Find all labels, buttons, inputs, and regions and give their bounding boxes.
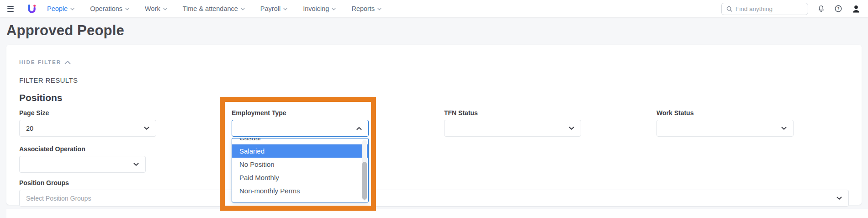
main-menu: People Operations Work Time & attendance…	[47, 5, 381, 12]
logo-u-icon	[26, 4, 37, 14]
chevron-down-icon	[283, 8, 287, 11]
chevron-down-icon	[781, 127, 787, 130]
search-placeholder: Find anything	[736, 5, 773, 12]
nav-item-label: Reports	[351, 5, 375, 12]
chevron-up-icon	[356, 127, 362, 130]
filter-card: HIDE FILTER FILTER RESULTS Positions Pag…	[6, 45, 862, 205]
top-nav: People Operations Work Time & attendance…	[0, 0, 868, 17]
hide-filter-toggle[interactable]: HIDE FILTER	[19, 59, 71, 65]
dropdown-option-casual[interactable]: Casual	[232, 138, 368, 144]
page-size-select[interactable]: 20	[19, 120, 156, 137]
nav-item-payroll[interactable]: Payroll	[260, 5, 287, 12]
chevron-down-icon	[569, 127, 574, 130]
chevron-down-icon	[133, 163, 139, 166]
position-groups-label: Position Groups	[19, 179, 849, 186]
dropdown-option-paid-monthly[interactable]: Paid Monthly	[232, 171, 368, 184]
nav-item-label: People	[47, 5, 68, 12]
notification-bell-icon[interactable]	[817, 5, 825, 13]
nav-item-label: Invoicing	[303, 5, 329, 12]
page-size-value: 20	[26, 125, 33, 132]
chevron-up-icon	[64, 60, 71, 64]
page-title: Approved People	[6, 22, 862, 39]
position-groups-placeholder: Select Position Groups	[26, 195, 91, 202]
work-status-select[interactable]	[656, 120, 794, 137]
chevron-down-icon	[163, 8, 167, 11]
search-input[interactable]: Find anything	[721, 3, 808, 15]
employment-type-select[interactable]	[232, 120, 369, 137]
nav-item-operations[interactable]: Operations	[90, 5, 129, 12]
dropdown-scrollbar-thumb[interactable]	[362, 162, 367, 200]
work-status-label: Work Status	[656, 109, 849, 117]
dropdown-option-salaried[interactable]: Salaried	[232, 144, 368, 158]
nav-item-label: Payroll	[260, 5, 281, 12]
chevron-down-icon	[836, 197, 842, 200]
title-band: Approved People	[0, 17, 868, 45]
nav-item-invoicing[interactable]: Invoicing	[303, 5, 336, 12]
associated-operation-select[interactable]	[19, 156, 146, 173]
employment-type-field: Employment Type Casual Salaried No Posit…	[232, 109, 444, 137]
filter-results-heading: FILTER RESULTS	[19, 76, 849, 84]
chevron-down-icon	[377, 8, 381, 11]
svg-text:?: ?	[837, 7, 839, 11]
nav-item-time-attendance[interactable]: Time & attendance	[183, 5, 245, 12]
tfn-status-field: TFN Status	[444, 109, 656, 137]
employment-type-label: Employment Type	[232, 109, 444, 117]
chevron-down-icon	[144, 127, 149, 130]
page-footer-area	[6, 209, 868, 218]
dropdown-option-list: Casual Salaried No Position Paid Monthly…	[232, 138, 368, 197]
associated-operation-label: Associated Operation	[19, 145, 849, 153]
filter-row-1: Page Size 20 Employment Type Casual Sala…	[19, 109, 849, 137]
nav-item-work[interactable]: Work	[145, 5, 167, 12]
filter-row-3: Position Groups Select Position Groups	[19, 179, 849, 207]
hide-filter-label: HIDE FILTER	[19, 59, 61, 65]
positions-section-title: Positions	[19, 92, 849, 103]
nav-item-reports[interactable]: Reports	[351, 5, 381, 12]
nav-item-label: Operations	[90, 5, 122, 12]
nav-item-label: Time & attendance	[183, 5, 238, 12]
user-avatar[interactable]	[852, 4, 861, 14]
nav-item-people[interactable]: People	[47, 5, 74, 12]
page-size-label: Page Size	[19, 109, 232, 117]
tfn-status-select[interactable]	[444, 120, 581, 137]
help-icon[interactable]: ?	[834, 5, 842, 13]
chevron-down-icon	[125, 8, 129, 11]
nav-item-label: Work	[145, 5, 160, 12]
chevron-down-icon	[241, 8, 245, 11]
dropdown-option-no-position[interactable]: No Position	[232, 158, 368, 171]
search-icon	[726, 6, 732, 12]
hamburger-menu-icon[interactable]	[6, 4, 15, 14]
employment-type-dropdown: Casual Salaried No Position Paid Monthly…	[232, 138, 369, 202]
position-groups-select[interactable]: Select Position Groups	[19, 190, 849, 207]
chevron-down-icon	[332, 8, 336, 11]
tfn-status-label: TFN Status	[444, 109, 656, 117]
dropdown-option-non-monthly-perms[interactable]: Non-monthly Perms	[232, 184, 368, 197]
chevron-down-icon	[70, 8, 74, 11]
work-status-field: Work Status	[656, 109, 849, 137]
filter-row-2: Associated Operation	[19, 145, 849, 173]
page-size-field: Page Size 20	[19, 109, 232, 137]
app-logo[interactable]	[26, 4, 37, 14]
